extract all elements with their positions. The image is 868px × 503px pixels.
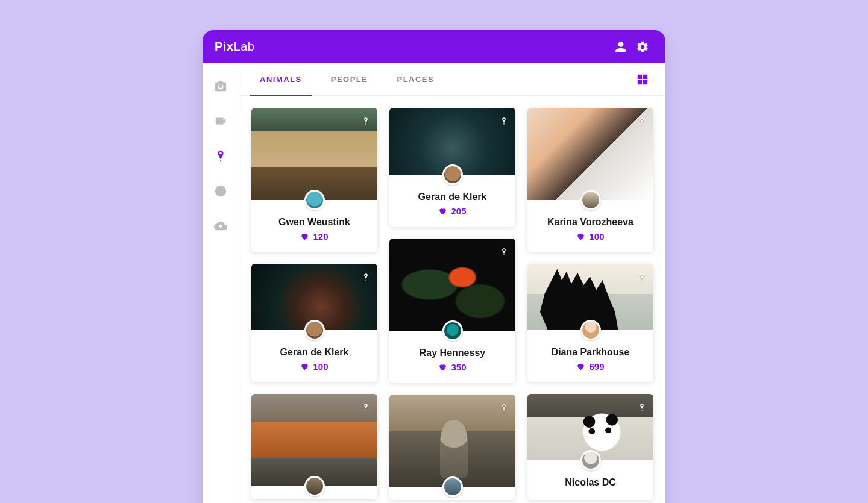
photo-card[interactable]: Diana Parkhouse 699 — [527, 264, 653, 382]
author-name: Nicolas DC — [533, 477, 647, 488]
pin-marker-icon — [500, 402, 508, 414]
tab-people[interactable]: PEOPLE — [316, 63, 383, 95]
video-icon[interactable] — [209, 109, 233, 133]
photo-card[interactable]: Nicolas DC — [527, 394, 653, 500]
main-panel: ANIMALS PEOPLE PLACES Gwen Weustink 120G… — [239, 63, 665, 503]
pin-icon[interactable] — [209, 144, 233, 168]
photo-card[interactable]: Geran de Klerk 100 — [251, 264, 377, 382]
author-name: Gwen Weustink — [257, 217, 371, 228]
photo-card[interactable]: Gwen Weustink 120 — [251, 108, 377, 252]
photo-card[interactable]: Karina Vorozheeva 100 — [527, 108, 653, 252]
grid-view-icon[interactable] — [632, 69, 653, 90]
author-name: Geran de Klerk — [395, 192, 509, 202]
pin-marker-icon — [362, 115, 370, 127]
gallery-grid: Gwen Weustink 120Geran de Klerk 100Geran… — [239, 96, 665, 503]
like-button[interactable]: 100 — [576, 231, 604, 242]
like-button[interactable]: 100 — [300, 361, 328, 372]
photo-thumbnail[interactable] — [251, 108, 377, 200]
author-avatar[interactable] — [580, 450, 601, 470]
pin-marker-icon — [362, 401, 370, 413]
account-icon[interactable] — [610, 36, 632, 58]
author-name: Diana Parkhouse — [533, 347, 647, 358]
author-avatar[interactable] — [304, 320, 325, 340]
like-count: 699 — [589, 361, 604, 372]
app-window: PixLab — [203, 30, 665, 503]
tab-bar: ANIMALS PEOPLE PLACES — [239, 63, 665, 96]
pin-marker-icon — [362, 271, 370, 283]
pin-marker-icon — [638, 401, 646, 413]
author-avatar[interactable] — [580, 320, 601, 340]
pin-marker-icon — [500, 246, 508, 258]
like-count: 100 — [313, 361, 328, 372]
author-name: Karina Vorozheeva — [533, 217, 647, 228]
like-button[interactable]: 120 — [300, 231, 328, 242]
like-button[interactable]: 205 — [438, 206, 466, 216]
clock-icon[interactable] — [209, 179, 233, 203]
cloud-upload-icon[interactable] — [209, 214, 233, 238]
like-button[interactable]: 699 — [576, 361, 604, 372]
photo-card[interactable] — [251, 394, 377, 499]
like-count: 120 — [313, 231, 328, 242]
brand-bold: Pix — [215, 40, 234, 53]
photo-card[interactable] — [389, 395, 515, 500]
author-avatar[interactable] — [304, 190, 325, 210]
photo-thumbnail[interactable] — [389, 395, 515, 487]
photo-card[interactable]: Geran de Klerk 205 — [389, 108, 515, 227]
app-header: PixLab — [203, 30, 665, 63]
author-avatar[interactable] — [442, 476, 463, 497]
side-nav — [203, 63, 239, 503]
brand-logo: PixLab — [215, 40, 254, 54]
like-count: 205 — [451, 206, 466, 216]
tab-animals[interactable]: ANIMALS — [245, 63, 316, 95]
pin-marker-icon — [500, 115, 508, 127]
gear-icon[interactable] — [632, 36, 653, 58]
author-name: Ray Hennessy — [395, 348, 509, 358]
pin-marker-icon — [638, 271, 646, 283]
author-avatar[interactable] — [304, 476, 325, 496]
brand-light: Lab — [234, 40, 255, 53]
camera-icon[interactable] — [209, 74, 233, 98]
photo-thumbnail[interactable] — [251, 394, 377, 486]
like-count: 350 — [451, 362, 466, 372]
photo-thumbnail[interactable] — [389, 239, 515, 331]
author-avatar[interactable] — [442, 164, 463, 185]
photo-thumbnail[interactable] — [527, 108, 653, 200]
photo-card[interactable]: Ray Hennessy 350 — [389, 239, 515, 383]
tab-places[interactable]: PLACES — [382, 63, 448, 95]
pin-marker-icon — [638, 115, 646, 127]
like-button[interactable]: 350 — [438, 362, 466, 372]
like-count: 100 — [589, 231, 604, 242]
author-name: Geran de Klerk — [257, 347, 371, 358]
author-avatar[interactable] — [442, 320, 463, 341]
author-avatar[interactable] — [580, 190, 601, 210]
